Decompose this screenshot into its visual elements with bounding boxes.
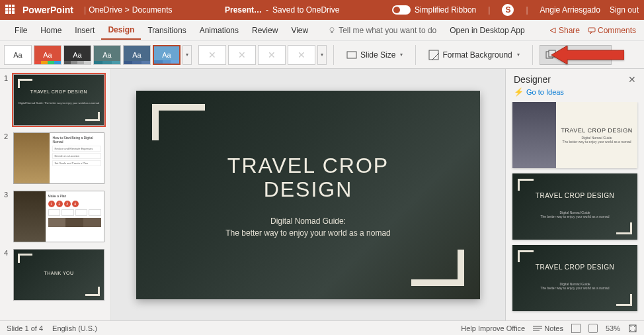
close-icon[interactable]: ✕ (628, 74, 636, 85)
go-to-ideas-link[interactable]: ⚡ Go to Ideas (506, 87, 644, 102)
current-slide[interactable]: TRAVEL CROPDESIGN Digital Nomad Guide:Th… (136, 91, 480, 299)
slide-number: 4 (4, 249, 9, 301)
menu-bar: File Home Insert Design Transitions Anim… (0, 20, 644, 41)
notes-button[interactable]: Notes (533, 324, 563, 332)
saved-status: Saved to OneDrive (272, 5, 339, 15)
tab-design[interactable]: Design (101, 21, 141, 40)
svg-rect-1 (331, 31, 333, 32)
saved-status-sep: - (266, 5, 268, 15)
bracket-decoration-br (411, 250, 464, 286)
fit-icon (628, 324, 637, 333)
slide-number: 1 (4, 74, 9, 126)
comment-icon (588, 26, 596, 34)
theme-gallery[interactable]: Aa Aa Aa Aa Aa Aa ▾ (4, 45, 192, 65)
help-improve-link[interactable]: Help Improve Office (461, 324, 525, 332)
slide-thumbnail-2[interactable]: How to Start Being a Digital Nomad Reduc… (13, 132, 104, 184)
slide-number: 2 (4, 132, 9, 184)
svg-point-0 (330, 27, 334, 31)
variant-thumb-1[interactable]: ✕ (228, 45, 256, 65)
comments-button[interactable]: Comments (588, 26, 636, 35)
tab-transitions[interactable]: Transitions (141, 22, 192, 39)
tab-animations[interactable]: Animations (193, 22, 245, 39)
svg-marker-7 (551, 46, 624, 64)
slide-thumbnail-pane[interactable]: 1 TRAVEL CROP DESIGN Digital Nomad Guide… (0, 69, 111, 320)
breadcrumb-root[interactable]: OneDrive (89, 5, 122, 15)
slideshow-button[interactable] (588, 324, 598, 333)
design-idea-card-0[interactable]: TRAVEL CROP DESIGN Digital Nomad GuideTh… (512, 102, 637, 168)
slide-thumbnail-3[interactable]: Make a Plan 1234 (13, 191, 104, 242)
chevron-down-icon: ▾ (517, 52, 520, 58)
document-title[interactable]: Present… (225, 5, 262, 15)
theme-thumb-0[interactable]: Aa (4, 45, 32, 65)
slide-thumbnail-1[interactable]: TRAVEL CROP DESIGN Digital Nomad Guide: … (13, 74, 104, 126)
breadcrumb-folder[interactable]: Documents (132, 5, 173, 15)
tab-review[interactable]: Review (245, 22, 284, 39)
slide-subtitle[interactable]: Digital Nomad Guide:The better way to en… (136, 215, 480, 239)
theme-thumb-3[interactable]: Aa (93, 45, 121, 65)
lightbulb-icon (328, 26, 336, 34)
theme-thumb-4[interactable]: Aa (123, 45, 151, 65)
svg-rect-2 (588, 28, 595, 32)
tell-me-search[interactable]: Tell me what you want to do (328, 26, 436, 35)
app-launcher-icon[interactable] (5, 5, 16, 15)
tab-insert[interactable]: Insert (68, 22, 101, 39)
simplified-ribbon-label: Simplified Ribbon (415, 5, 476, 15)
lightning-icon: ⚡ (514, 87, 524, 97)
sign-out-link[interactable]: Sign out (610, 5, 639, 15)
simplified-ribbon-toggle[interactable] (392, 5, 411, 15)
tab-file[interactable]: File (8, 22, 34, 39)
variant-thumb-0[interactable]: ✕ (198, 45, 226, 65)
theme-thumb-2[interactable]: Aa (63, 45, 91, 65)
skype-icon[interactable]: S (502, 4, 514, 16)
variant-thumb-3[interactable]: ✕ (288, 45, 315, 65)
design-idea-card-2[interactable]: TRAVEL CROP DESIGN Digital Nomad GuideTh… (512, 245, 637, 311)
slide-canvas-pane[interactable]: TRAVEL CROPDESIGN Digital Nomad Guide:Th… (111, 69, 505, 320)
app-name: PowerPoint (22, 5, 73, 15)
designer-pane: Designer ✕ ⚡ Go to Ideas TRAVEL CROP DES… (505, 69, 644, 320)
theme-gallery-more[interactable]: ▾ (182, 45, 192, 65)
design-idea-card-1[interactable]: TRAVEL CROP DESIGN Digital Nomad GuideTh… (512, 173, 637, 240)
format-background-button[interactable]: Format Background ▾ (423, 45, 525, 65)
slideshow-icon (588, 324, 598, 333)
tab-home[interactable]: Home (34, 22, 68, 39)
user-name[interactable]: Angie Arriesgado (540, 5, 600, 15)
variant-gallery[interactable]: ✕ ✕ ✕ ✕ ▾ (198, 45, 327, 65)
theme-thumb-5[interactable]: Aa (153, 45, 181, 65)
language-status[interactable]: English (U.S.) (52, 324, 97, 332)
bracket-decoration-tl (152, 104, 205, 140)
slide-size-button[interactable]: Slide Size ▾ (341, 45, 409, 65)
normal-view-icon (571, 324, 581, 333)
workspace: 1 TRAVEL CROP DESIGN Digital Nomad Guide… (0, 69, 644, 320)
open-desktop-app-link[interactable]: Open in Desktop App (450, 26, 524, 35)
slide-counter[interactable]: Slide 1 of 4 (7, 324, 43, 332)
normal-view-button[interactable] (571, 324, 581, 333)
theme-thumb-1[interactable]: Aa (34, 45, 61, 65)
variant-thumb-2[interactable]: ✕ (258, 45, 286, 65)
share-icon (549, 26, 557, 34)
slide-size-icon (346, 50, 357, 60)
tab-view[interactable]: View (284, 22, 315, 39)
status-bar: Slide 1 of 4 English (U.S.) Help Improve… (0, 320, 644, 335)
breadcrumb-sep: > (125, 5, 130, 15)
svg-rect-3 (347, 52, 356, 58)
title-bar: PowerPoint | OneDrive > Documents Presen… (0, 0, 644, 20)
variant-gallery-more[interactable]: ▾ (317, 45, 327, 65)
fit-to-window-button[interactable] (628, 324, 637, 333)
format-background-icon (428, 50, 439, 60)
notes-icon (533, 325, 542, 332)
design-ribbon: Aa Aa Aa Aa Aa Aa ▾ ✕ ✕ ✕ ✕ ▾ Slide Size… (0, 41, 644, 69)
callout-arrow (551, 44, 624, 69)
designer-title: Designer (514, 74, 551, 85)
share-button[interactable]: Share (549, 26, 580, 35)
slide-thumbnail-4[interactable]: THANK YOU (13, 249, 104, 301)
zoom-level[interactable]: 53% (606, 324, 620, 332)
slide-number: 3 (4, 191, 9, 242)
slide-title[interactable]: TRAVEL CROPDESIGN (136, 154, 480, 203)
chevron-down-icon: ▾ (400, 52, 403, 58)
